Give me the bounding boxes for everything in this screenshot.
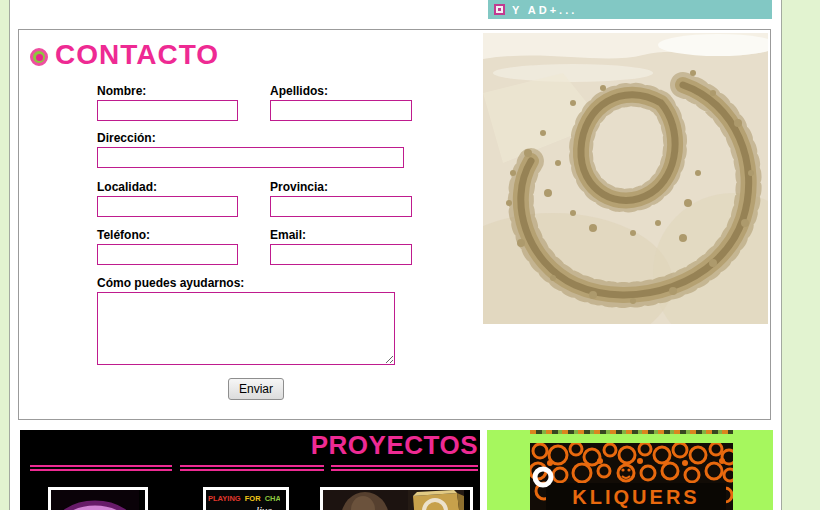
pfc-word-playing: PLAYING bbox=[208, 494, 241, 503]
label-nombre: Nombre: bbox=[97, 84, 146, 98]
svg-text:PLAYING FOR: PLAYING FOR CHANGE bbox=[208, 494, 280, 503]
nav-item-label: Y AD+... bbox=[512, 4, 577, 16]
input-provincia[interactable] bbox=[270, 196, 412, 217]
pfc-word-for: FOR bbox=[245, 494, 261, 503]
pattern-strip bbox=[530, 430, 733, 434]
label-telefono: Teléfono: bbox=[97, 228, 150, 242]
top-nav-bar: Y AD+... bbox=[488, 0, 772, 19]
kliquers-section: KLIQUERS bbox=[487, 430, 773, 510]
label-email: Email: bbox=[270, 228, 306, 242]
input-direccion[interactable] bbox=[97, 147, 404, 168]
target-bullet-icon bbox=[30, 48, 48, 66]
input-email[interactable] bbox=[270, 244, 412, 265]
separator-line bbox=[30, 465, 172, 471]
separator-line bbox=[180, 465, 324, 471]
at-symbol-sand-photo bbox=[483, 33, 768, 324]
input-localidad[interactable] bbox=[97, 196, 238, 217]
label-localidad: Localidad: bbox=[97, 180, 157, 194]
input-telefono[interactable] bbox=[97, 244, 238, 265]
submit-button[interactable]: Enviar bbox=[228, 378, 284, 400]
separator-line bbox=[331, 465, 478, 471]
project-thumbnail-lipdub[interactable] bbox=[48, 487, 148, 510]
projects-heading: PROYECTOS bbox=[311, 430, 478, 461]
page-title: CONTACTO bbox=[55, 39, 219, 71]
project-thumbnail-playing-for-change[interactable]: PLAYING FOR CHANGE live bbox=[203, 487, 289, 510]
label-como-ayudarnos: Cómo puedes ayudarnos: bbox=[97, 276, 244, 290]
label-direccion: Dirección: bbox=[97, 131, 156, 145]
page: Y AD+... CONTACTO Nombre: Apellidos: Dir… bbox=[0, 0, 820, 510]
main-container: Y AD+... CONTACTO Nombre: Apellidos: Dir… bbox=[9, 0, 782, 510]
projects-section: PROYECTOS PLAYING FOR bbox=[20, 430, 480, 510]
nav-item-y-ad[interactable]: Y AD+... bbox=[488, 0, 772, 19]
label-apellidos: Apellidos: bbox=[270, 84, 328, 98]
pfc-word-live: live bbox=[256, 504, 272, 510]
kliquers-label: KLIQUERS bbox=[572, 486, 699, 508]
kliquers-banner-link[interactable]: KLIQUERS bbox=[530, 443, 733, 510]
input-apellidos[interactable] bbox=[270, 100, 412, 121]
contact-panel: CONTACTO Nombre: Apellidos: Dirección: L… bbox=[18, 29, 771, 420]
textarea-como-ayudarnos[interactable] bbox=[97, 292, 395, 365]
project-thumbnail-award[interactable] bbox=[320, 487, 473, 510]
input-nombre[interactable] bbox=[97, 100, 238, 121]
square-bullet-icon bbox=[494, 4, 505, 15]
label-provincia: Provincia: bbox=[270, 180, 328, 194]
pfc-word-change: CHANGE bbox=[265, 494, 280, 503]
